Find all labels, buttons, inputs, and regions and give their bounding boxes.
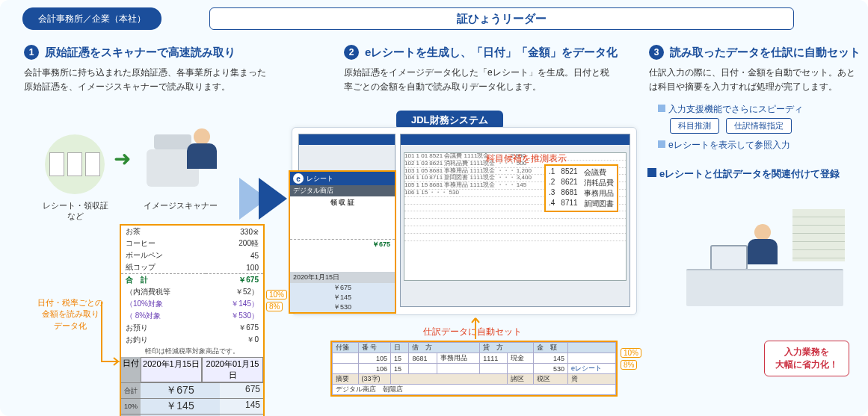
jnl-cell: eレシート xyxy=(567,364,615,374)
jnl-cell: 106 xyxy=(358,364,391,374)
kmk-popup: .18521会議費 .28621消耗品費 .38681事務用品 .48711新聞… xyxy=(544,164,618,212)
receipt-mockup: お茶330※ コーヒー200軽 ボールペン45 紙コップ100 合 計￥675 … xyxy=(120,224,265,416)
ereceipt-header-text: レシート xyxy=(307,174,333,184)
jnl-h: 借 方 xyxy=(409,343,480,353)
kmk-name: 事務用品 xyxy=(584,188,614,199)
jnl-arrow-icon xyxy=(468,314,483,341)
sub-item-1-text: 入力支援機能でさらにスピーディ xyxy=(668,104,803,114)
btn-kmk-suisoku[interactable]: 科目推測 xyxy=(670,118,719,134)
flow-arrow-icon xyxy=(259,178,287,220)
rcpt-pay-name: お釣り xyxy=(121,334,206,346)
arrow-green-icon: ➜ xyxy=(114,146,131,171)
step2-number: 2 xyxy=(344,45,359,60)
sub-item-2-text: eレシートを表示して参照入力 xyxy=(668,140,790,150)
rcpt-amt-val: ￥145 xyxy=(141,399,220,414)
rcpt-tax-amt: ￥145） xyxy=(206,298,263,310)
step1-number: 1 xyxy=(24,45,39,60)
rcpt-pay-name: お預り xyxy=(121,322,206,334)
rcpt-date-band: 日付 2020年1月15日 2020年01月15日 xyxy=(121,357,263,382)
ereceipt-body-title: 領 収 証 xyxy=(290,196,395,209)
rate10-chip: 10% xyxy=(266,290,287,299)
rcpt-pay-amt: ￥0 xyxy=(206,334,263,346)
ereceipt-v1: ￥675 xyxy=(290,283,395,293)
rcpt-amt-row: 10%￥145145 xyxy=(121,398,263,414)
jnl-rate8-chip: 8% xyxy=(621,360,637,370)
square-bullet-icon xyxy=(658,105,665,112)
ereceipt-date: 2020年1月15日 xyxy=(290,272,395,283)
rcpt-footnote: 軽印は軽減税率対象商品です。 xyxy=(121,346,263,357)
rcpt-total-amt: ￥675 xyxy=(206,274,263,287)
jnl-cell: 8681 xyxy=(409,353,437,364)
kmk-code: 8521 xyxy=(561,167,577,178)
rcpt-tax-name: （10%対象 xyxy=(121,298,206,310)
rcpt-amt-row: 合計￥675675 xyxy=(121,382,263,398)
ereceipt-total: ￥675 xyxy=(290,240,395,249)
monitor-icon xyxy=(710,245,748,270)
jnl-cell: 1111 xyxy=(480,353,508,364)
orange-arrow-icon xyxy=(97,299,124,373)
rcpt-amt-val: ￥675 xyxy=(141,383,220,398)
ereceipt-v2: ￥145 xyxy=(290,293,395,302)
jnl-h: 金 額 xyxy=(533,343,567,353)
jnl-cell: 15 xyxy=(391,353,409,364)
receipt-bundle-icon xyxy=(45,134,105,194)
step1-body: 会計事務所に持ち込まれた原始証憑、各事業所より集まった原始証憑を、イメージスキャ… xyxy=(24,66,271,94)
product-title-bar: 証ひょうリーダー xyxy=(209,7,794,30)
jnl-h: 付箋 xyxy=(333,343,359,353)
btn-shiwake-info[interactable]: 仕訳情報指定 xyxy=(726,118,792,134)
step2-head: 2 eレシートを生成し、「日付」「金額」をデータ化 xyxy=(344,45,618,60)
kmk-name: 消耗品費 xyxy=(584,178,614,188)
journal-strip: 付箋 番 号 日 借 方 貸 方 金 額 105158681事務用品1111現金… xyxy=(330,341,618,397)
sub-item-2: eレシートを表示して参照入力 xyxy=(658,139,790,152)
sub-item-1: 入力支援機能でさらにスピーディ xyxy=(658,103,803,116)
user-person-icon xyxy=(748,224,778,264)
ereceipt-card: e レシート デジタル商店 領 収 証 ￥675 2020年1月15日 ￥675… xyxy=(289,170,396,314)
rcpt-date-1: 2020年1月15日 xyxy=(141,357,202,382)
kmk-code: 8711 xyxy=(561,199,577,209)
jnl-cell: 15 xyxy=(391,364,409,374)
square-bullet-icon xyxy=(658,140,665,148)
step3-title: 読み取ったデータを仕訳に自動セット xyxy=(670,46,861,60)
ereceipt-shop: デジタル商店 xyxy=(290,185,395,196)
org-badge-text: 会計事務所／企業（本社） xyxy=(38,13,146,25)
receipt-callout: 日付・税率ごとの 金額を読み取り データ化 xyxy=(37,297,103,332)
rcpt-tax-name: （内消費税等 xyxy=(121,286,206,298)
rcpt-pay-amt: ￥675 xyxy=(206,322,263,334)
link-heading-text: eレシートと仕訳データを関連付けて登録 xyxy=(659,168,840,179)
rcpt-line-amt: 330※ xyxy=(206,226,263,238)
pill-row: 科目推測 仕訳情報指定 xyxy=(670,118,796,134)
step1-title: 原始証憑をスキャナーで高速読み取り xyxy=(45,46,236,60)
shelves-icon xyxy=(792,209,845,261)
jnl-rate10-chip: 10% xyxy=(621,348,641,358)
jnl-tag: 摘要 xyxy=(333,374,359,385)
rcpt-amt-val2: 145 xyxy=(220,399,263,414)
rcpt-total-label: 合 計 xyxy=(121,274,206,287)
receipts-label: レシート・領収証 など xyxy=(34,200,117,222)
desk-icon xyxy=(686,269,843,306)
jnl-cell: 145 xyxy=(533,353,567,364)
ereceipt-header: e レシート xyxy=(290,172,395,185)
jnl-cell: 105 xyxy=(358,353,391,364)
rcpt-line-name: ボールペン xyxy=(121,249,206,261)
rcpt-tax-amt: ￥52） xyxy=(206,286,263,298)
step3-head: 3 読み取ったデータを仕訳に自動セット xyxy=(649,45,861,60)
kmk-name: 新聞図書 xyxy=(584,199,614,209)
step2-body: 原始証憑をイメージデータ化した「eレシート」を生成。日付と税率ごとの金額を自動で… xyxy=(344,66,613,94)
kmk-code: 8621 xyxy=(561,178,577,188)
rcpt-line-amt: 100 xyxy=(206,261,263,274)
kmk-callout: 科目候補を推測表示 xyxy=(486,152,567,165)
jnl-shop: デジタル商店 朝陽店 xyxy=(333,385,616,395)
jnl-cell: 事務用品 xyxy=(437,353,480,364)
jnl-cell: 現金 xyxy=(508,353,534,364)
jnl-h: 番 号 xyxy=(358,343,391,353)
jnl-cell: 530 xyxy=(533,364,567,374)
step1-head: 1 原始証憑をスキャナーで高速読み取り xyxy=(24,45,236,60)
square-icon xyxy=(647,168,656,177)
operator-person-icon xyxy=(187,128,217,169)
e-badge-icon: e xyxy=(293,173,304,184)
rcpt-line-amt: 45 xyxy=(206,249,263,261)
jnl-tag: (33字) xyxy=(358,374,391,385)
rcpt-line-amt: 200軽 xyxy=(206,238,263,249)
step2-title: eレシートを生成し、「日付」「金額」をデータ化 xyxy=(365,46,618,60)
rcpt-line-name: お茶 xyxy=(121,226,206,238)
